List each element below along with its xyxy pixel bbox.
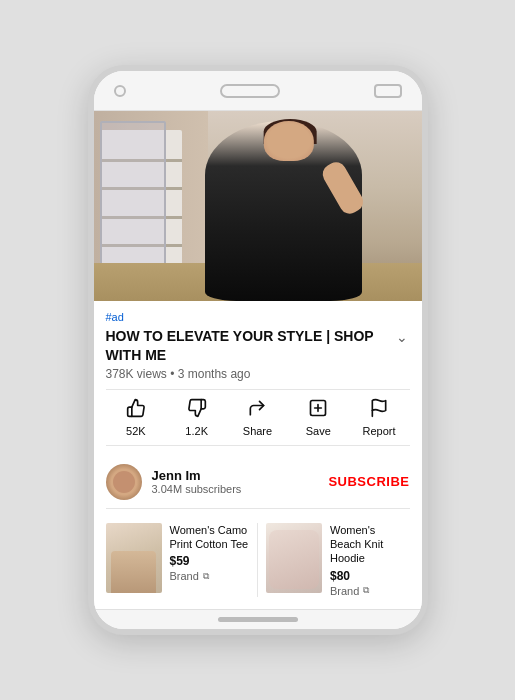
channel-avatar[interactable] xyxy=(106,464,142,500)
phone-top-bar xyxy=(94,71,422,111)
phone-speaker xyxy=(220,84,280,98)
video-title: HOW TO ELEVATE YOUR STYLE | SHOP WITH ME xyxy=(106,327,386,363)
channel-name[interactable]: Jenn Im xyxy=(152,468,329,483)
product-brand-row-2: Brand ⧉ xyxy=(330,585,410,597)
video-thumbnail[interactable] xyxy=(94,111,422,301)
product-card-1[interactable]: Women's Camo Print Cotton Tee $59 Brand … xyxy=(106,523,250,597)
product-brand-1: Brand xyxy=(170,570,199,582)
person-body xyxy=(205,121,362,302)
product-divider xyxy=(257,523,258,597)
dislike-button[interactable]: 1.2K xyxy=(177,398,217,437)
product-image-2 xyxy=(266,523,322,593)
report-label: Report xyxy=(363,425,396,437)
expand-chevron[interactable]: ⌄ xyxy=(394,327,410,347)
share-label: Share xyxy=(243,425,272,437)
content-area: #ad HOW TO ELEVATE YOUR STYLE | SHOP WIT… xyxy=(94,301,422,608)
product-card-2[interactable]: Women's Beach Knit Hoodie $80 Brand ⧉ xyxy=(266,523,410,597)
phone-circle xyxy=(114,85,126,97)
save-icon xyxy=(308,398,328,421)
report-button[interactable]: Report xyxy=(359,398,399,437)
share-icon xyxy=(247,398,267,421)
video-meta: 378K views • 3 months ago xyxy=(106,367,410,381)
like-button[interactable]: 52K xyxy=(116,398,156,437)
product-price-2: $80 xyxy=(330,569,410,583)
phone-camera xyxy=(374,84,402,98)
like-icon xyxy=(126,398,146,421)
person-arm xyxy=(319,158,367,217)
products-row: Women's Camo Print Cotton Tee $59 Brand … xyxy=(106,519,410,609)
dislike-icon xyxy=(187,398,207,421)
phone-bottom-bar xyxy=(94,609,422,629)
save-label: Save xyxy=(306,425,331,437)
channel-info: Jenn Im 3.04M subscribers xyxy=(152,468,329,495)
mirror xyxy=(100,121,166,273)
product-img-hoodie xyxy=(266,523,322,593)
product-info-1: Women's Camo Print Cotton Tee $59 Brand … xyxy=(170,523,250,583)
product-name-1: Women's Camo Print Cotton Tee xyxy=(170,523,250,552)
home-indicator xyxy=(218,617,298,622)
save-button[interactable]: Save xyxy=(298,398,338,437)
product-img-camo xyxy=(106,523,162,593)
product-brand-2: Brand xyxy=(330,585,359,597)
external-link-icon-2: ⧉ xyxy=(363,585,369,596)
channel-row: Jenn Im 3.04M subscribers SUBSCRIBE xyxy=(106,456,410,509)
dislike-count: 1.2K xyxy=(185,425,208,437)
subscribe-button[interactable]: SUBSCRIBE xyxy=(328,474,409,489)
share-button[interactable]: Share xyxy=(237,398,277,437)
ad-label: #ad xyxy=(106,311,410,323)
product-name-2: Women's Beach Knit Hoodie xyxy=(330,523,410,566)
product-price-1: $59 xyxy=(170,554,250,568)
action-bar: 52K 1.2K Share xyxy=(106,389,410,446)
product-brand-row-1: Brand ⧉ xyxy=(170,570,250,582)
phone-frame: #ad HOW TO ELEVATE YOUR STYLE | SHOP WIT… xyxy=(88,65,428,634)
like-count: 52K xyxy=(126,425,146,437)
product-info-2: Women's Beach Knit Hoodie $80 Brand ⧉ xyxy=(330,523,410,597)
product-image-1 xyxy=(106,523,162,593)
channel-subscribers: 3.04M subscribers xyxy=(152,483,329,495)
room-scene xyxy=(94,111,422,301)
person-head xyxy=(264,121,314,161)
external-link-icon-1: ⧉ xyxy=(203,571,209,582)
avatar-image xyxy=(113,471,135,493)
report-icon xyxy=(369,398,389,421)
title-row: HOW TO ELEVATE YOUR STYLE | SHOP WITH ME… xyxy=(106,327,410,363)
